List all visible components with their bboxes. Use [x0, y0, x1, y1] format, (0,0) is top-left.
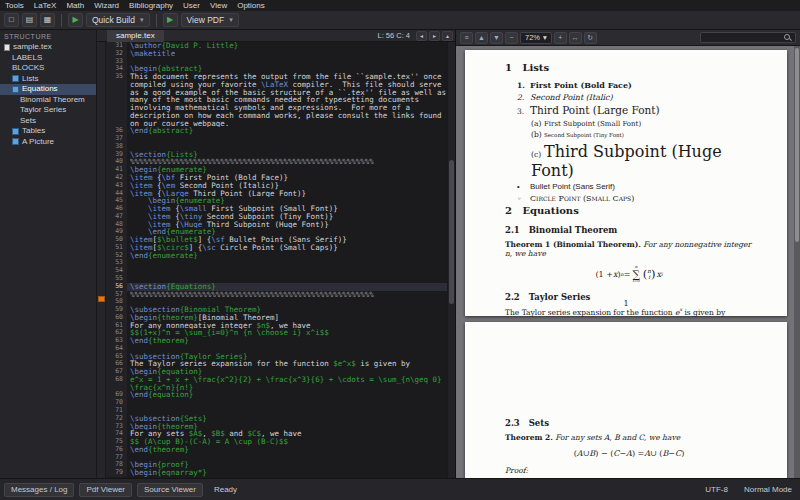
code-line-63[interactable]: 63\end{theorem}: [106, 337, 447, 345]
line-number[interactable]: 35: [106, 73, 127, 81]
code-line-78[interactable]: 78\begin{proof}: [106, 461, 447, 469]
structure-item-a-picture[interactable]: A Picture: [0, 137, 96, 148]
structure-item-binomial-theorem[interactable]: Binomial Theorem: [0, 95, 96, 106]
zoom-level-select[interactable]: 72% ▾: [520, 32, 552, 44]
structure-item-lists[interactable]: Lists: [0, 74, 96, 85]
code-line-48[interactable]: 48 \item {\Huge Third Subpoint (Huge Fon…: [106, 221, 447, 229]
code-line-34[interactable]: 34\begin{abstract}: [106, 65, 447, 73]
code-line-77[interactable]: 77: [106, 454, 447, 462]
code-line-70[interactable]: 70: [106, 399, 447, 407]
pdf-viewer-button[interactable]: Pdf Viewer: [79, 483, 132, 497]
source-viewer-button[interactable]: Source Viewer: [137, 483, 203, 497]
run-quick-build-button[interactable]: ▶: [68, 13, 83, 27]
code-line-66[interactable]: 66The Taylor series expansion for the fu…: [106, 360, 447, 368]
pdf-scrollbar-thumb[interactable]: [795, 48, 799, 242]
code-line-31[interactable]: 31\author{David P. Little}: [106, 42, 447, 50]
line-number[interactable]: 79: [106, 469, 127, 477]
menu-item-options[interactable]: Options: [232, 0, 270, 11]
code-line-37[interactable]: 37: [106, 135, 447, 143]
code-line[interactable]: as a good example of the basic structure…: [106, 89, 447, 97]
structure-item-equations[interactable]: Equations: [0, 84, 96, 95]
open-file-button[interactable]: ▤: [22, 13, 37, 27]
previous-page-button[interactable]: ▲: [475, 32, 488, 44]
code-line-56[interactable]: 56\section{Equations}: [106, 283, 447, 291]
code-line[interactable]: description on how each command works, p…: [106, 112, 447, 120]
code-line-42[interactable]: 42\item {\bf First Point (Bold Face)}: [106, 174, 447, 182]
quick-build-select[interactable]: Quick Build ▾: [86, 13, 150, 27]
structure-item-tables[interactable]: Tables: [0, 126, 96, 137]
line-number[interactable]: 68: [106, 376, 127, 384]
code-line-41[interactable]: 41\begin{enumerate}: [106, 166, 447, 174]
code-line-39[interactable]: 39\section{Lists}: [106, 151, 447, 159]
next-document-button[interactable]: ▸: [429, 31, 440, 41]
code-line-51[interactable]: 51\item[$\circ$] {\sc Circle Point (Smal…: [106, 244, 447, 252]
save-file-button[interactable]: ▦: [40, 13, 55, 27]
code-line-65[interactable]: 65\subsection{Taylor Series}: [106, 353, 447, 361]
code-line[interactable]: on our course webpage.: [106, 120, 447, 128]
code-line[interactable]: \frac{x^n}{n!}: [106, 384, 447, 392]
line-number[interactable]: [106, 112, 127, 120]
previous-document-button[interactable]: ◂: [416, 31, 427, 41]
code-line-75[interactable]: 75$$ (A\cup B)-(C-A) = A \cup (B-C)$$: [106, 438, 447, 446]
menu-item-latex[interactable]: LaTeX: [29, 0, 62, 11]
zoom-out-button[interactable]: −: [505, 32, 518, 44]
continuous-view-button[interactable]: ≡: [460, 32, 473, 44]
code-line-47[interactable]: 47 \item {\tiny Second Subpoint (Tiny Fo…: [106, 213, 447, 221]
messages-log-button[interactable]: Messages / Log: [4, 483, 74, 497]
code-line-73[interactable]: 73\begin{theorem}: [106, 423, 447, 431]
code-line-79[interactable]: 79\begin{eqnarray*}: [106, 469, 447, 477]
rotate-button[interactable]: ↻: [584, 32, 597, 44]
code-line-52[interactable]: 52\end{enumerate}: [106, 252, 447, 260]
pdf-preview[interactable]: 1 Lists 1.First Point (Bold Face)2.Secon…: [456, 46, 800, 478]
code-line[interactable]: involving mathematical symbols and expre…: [106, 104, 447, 112]
bookmark-margin[interactable]: [97, 42, 106, 478]
code-line-58[interactable]: 58: [106, 298, 447, 306]
code-line-44[interactable]: 44\item {\Large Third Point (Large Font)…: [106, 190, 447, 198]
code-line-43[interactable]: 43\item {\em Second Point (Italic)}: [106, 182, 447, 190]
zoom-in-button[interactable]: +: [554, 32, 567, 44]
code-line-53[interactable]: 53: [106, 259, 447, 267]
code-line-32[interactable]: 32\maketitle: [106, 50, 447, 58]
editor-scrollbar-thumb[interactable]: [449, 160, 454, 304]
code-line-64[interactable]: 64: [106, 345, 447, 353]
structure-item-taylor-series[interactable]: Taylor Series: [0, 105, 96, 116]
code-line-72[interactable]: 72\subsection{Sets}: [106, 415, 447, 423]
code-line-71[interactable]: 71: [106, 407, 447, 415]
pdf-search-input[interactable]: [700, 32, 796, 43]
next-page-button[interactable]: ▼: [490, 32, 503, 44]
editor-scrollbar[interactable]: [447, 42, 455, 478]
code-line-40[interactable]: 40%%%%%%%%%%%%%%%%%%%%%%%%%%%%%%%%%%%%%%…: [106, 158, 447, 166]
new-file-button[interactable]: □: [4, 13, 19, 27]
structure-item-sets[interactable]: Sets: [0, 116, 96, 127]
line-number[interactable]: [106, 104, 127, 112]
code-line-74[interactable]: 74For any sets $A$, $B$ and $C$, we have: [106, 430, 447, 438]
line-number[interactable]: [106, 89, 127, 97]
code-line-60[interactable]: 60\begin{theorem}[Binomial Theorem]: [106, 314, 447, 322]
line-number[interactable]: [106, 96, 127, 104]
structure-item-blocks[interactable]: BLOCKS: [0, 63, 96, 74]
collapse-editor-button[interactable]: ▴: [442, 31, 453, 41]
menu-item-math[interactable]: Math: [61, 0, 89, 11]
menu-item-wizard[interactable]: Wizard: [89, 0, 124, 11]
code-line-45[interactable]: 45 \begin{enumerate}: [106, 197, 447, 205]
structure-item-sample-tex[interactable]: sample.tex: [0, 42, 96, 53]
code-line-35[interactable]: 35This document represents the output fr…: [106, 73, 447, 81]
code-line-61[interactable]: 61For any nonnegative integer $n$, we ha…: [106, 322, 447, 330]
code-line-38[interactable]: 38: [106, 143, 447, 151]
run-view-pdf-button[interactable]: ▶: [163, 13, 178, 27]
line-number[interactable]: [106, 81, 127, 89]
code-line-59[interactable]: 59\subsection{Binomial Theorem}: [106, 306, 447, 314]
code-line-49[interactable]: 49 \end{enumerate}: [106, 228, 447, 236]
code-line-69[interactable]: 69\end{equation}: [106, 391, 447, 399]
code-line-76[interactable]: 76\end{theorem}: [106, 446, 447, 454]
code-line-68[interactable]: 68e^x = 1 + x + \frac{x^2}{2} + \frac{x^…: [106, 376, 447, 384]
code-line[interactable]: compiled using your favorite \LaTeX comp…: [106, 81, 447, 89]
view-pdf-select[interactable]: View PDF ▾: [181, 13, 239, 27]
tab-sample-tex[interactable]: sample.tex: [107, 30, 164, 42]
code-line-33[interactable]: 33: [106, 58, 447, 66]
code-line-55[interactable]: 55: [106, 275, 447, 283]
menu-item-view[interactable]: View: [205, 0, 232, 11]
code-line-67[interactable]: 67\begin{equation}: [106, 368, 447, 376]
menu-item-user[interactable]: User: [178, 0, 205, 11]
menu-item-bibliography[interactable]: Bibliography: [124, 0, 178, 11]
